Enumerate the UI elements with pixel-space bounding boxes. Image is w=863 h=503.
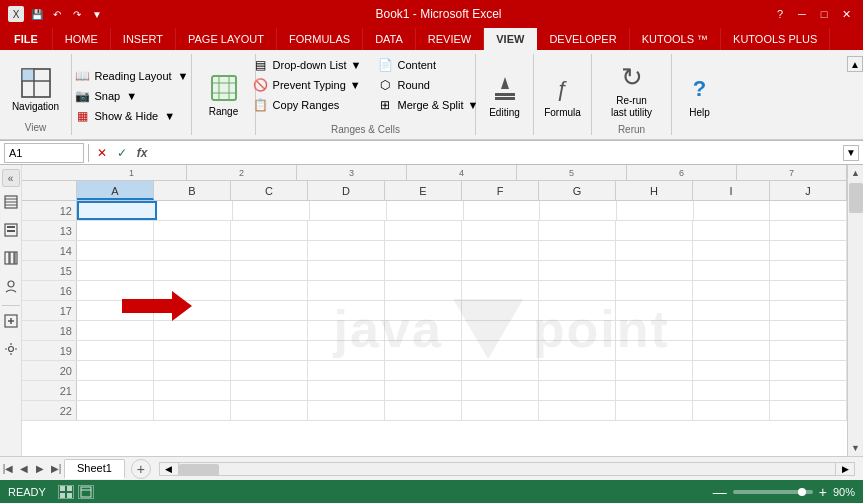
cell-A18[interactable] — [77, 321, 154, 340]
tab-kutools[interactable]: KUTOOLS ™ — [630, 28, 721, 50]
zoom-slider[interactable] — [733, 490, 813, 494]
cell-J22[interactable] — [770, 401, 847, 420]
cell-C12[interactable] — [233, 201, 310, 220]
row-header-19[interactable]: 19 — [22, 341, 77, 360]
copy-ranges-button[interactable]: 📋 Copy Ranges — [249, 96, 366, 114]
cell-G19[interactable] — [539, 341, 616, 360]
formula-button[interactable]: ƒ Formula — [538, 66, 588, 126]
help-ribbon-button[interactable]: ? Help — [675, 66, 725, 126]
cell-B16[interactable] — [154, 281, 231, 300]
row-header-13[interactable]: 13 — [22, 221, 77, 240]
cell-C22[interactable] — [231, 401, 308, 420]
cell-J16[interactable] — [770, 281, 847, 300]
cell-E19[interactable] — [385, 341, 462, 360]
cell-J20[interactable] — [770, 361, 847, 380]
formula-input[interactable] — [155, 143, 839, 163]
tab-insert[interactable]: INSERT — [111, 28, 176, 50]
cell-G22[interactable] — [539, 401, 616, 420]
zoom-in-button[interactable]: + — [819, 484, 827, 500]
rerun-button[interactable]: ↻ Re-runlast utility — [607, 60, 657, 120]
cell-D22[interactable] — [308, 401, 385, 420]
row-header-17[interactable]: 17 — [22, 301, 77, 320]
cell-F16[interactable] — [462, 281, 539, 300]
scroll-up-button[interactable]: ▲ — [848, 165, 863, 181]
h-scroll-left[interactable]: ◀ — [159, 462, 179, 476]
col-header-C[interactable]: C — [231, 181, 308, 200]
row-header-20[interactable]: 20 — [22, 361, 77, 380]
cell-I15[interactable] — [693, 261, 770, 280]
cell-B14[interactable] — [154, 241, 231, 260]
cell-D17[interactable] — [308, 301, 385, 320]
dropdown-list-button[interactable]: ▤ Drop-down List ▼ — [249, 56, 366, 74]
cell-C17[interactable] — [231, 301, 308, 320]
cell-A13[interactable] — [77, 221, 154, 240]
cell-F22[interactable] — [462, 401, 539, 420]
cell-F21[interactable] — [462, 381, 539, 400]
tab-home[interactable]: HOME — [53, 28, 111, 50]
cell-J21[interactable] — [770, 381, 847, 400]
zoom-slider-thumb[interactable] — [798, 488, 806, 496]
cell-I13[interactable] — [693, 221, 770, 240]
cell-G17[interactable] — [539, 301, 616, 320]
sheet-tab-sheet1[interactable]: Sheet1 — [64, 459, 125, 479]
col-header-H[interactable]: H — [616, 181, 693, 200]
cell-C18[interactable] — [231, 321, 308, 340]
row-header-18[interactable]: 18 — [22, 321, 77, 340]
tab-review[interactable]: REVIEW — [416, 28, 484, 50]
close-button[interactable]: ✕ — [837, 5, 855, 23]
cell-B13[interactable] — [154, 221, 231, 240]
cell-D13[interactable] — [308, 221, 385, 240]
col-header-E[interactable]: E — [385, 181, 462, 200]
cell-A15[interactable] — [77, 261, 154, 280]
cell-H20[interactable] — [616, 361, 693, 380]
cell-D21[interactable] — [308, 381, 385, 400]
cell-B15[interactable] — [154, 261, 231, 280]
cell-D19[interactable] — [308, 341, 385, 360]
cell-C20[interactable] — [231, 361, 308, 380]
row-header-12[interactable]: 12 — [22, 201, 77, 220]
cell-A19[interactable] — [77, 341, 154, 360]
cell-I20[interactable] — [693, 361, 770, 380]
cell-I17[interactable] — [693, 301, 770, 320]
redo-qat-button[interactable]: ↷ — [68, 5, 86, 23]
editing-button[interactable]: Editing — [480, 66, 530, 126]
cell-I14[interactable] — [693, 241, 770, 260]
qat-more-button[interactable]: ▼ — [88, 5, 106, 23]
cell-E13[interactable] — [385, 221, 462, 240]
scroll-thumb-v[interactable] — [849, 183, 863, 213]
navigation-button[interactable]: Navigation — [11, 60, 61, 120]
cell-G14[interactable] — [539, 241, 616, 260]
merge-split-button[interactable]: ⊞ Merge & Split ▼ — [373, 96, 482, 114]
col-header-J[interactable]: J — [770, 181, 847, 200]
status-icon-layout[interactable] — [78, 485, 94, 499]
cell-A17[interactable] — [77, 301, 154, 320]
cell-I19[interactable] — [693, 341, 770, 360]
row-header-21[interactable]: 21 — [22, 381, 77, 400]
h-scroll-right[interactable]: ▶ — [835, 462, 855, 476]
tab-data[interactable]: DATA — [363, 28, 416, 50]
cell-J14[interactable] — [770, 241, 847, 260]
row-header-14[interactable]: 14 — [22, 241, 77, 260]
cell-F13[interactable] — [462, 221, 539, 240]
cell-B22[interactable] — [154, 401, 231, 420]
cell-G21[interactable] — [539, 381, 616, 400]
cell-H19[interactable] — [616, 341, 693, 360]
cell-B19[interactable] — [154, 341, 231, 360]
function-button[interactable]: fx — [133, 144, 151, 162]
sheet-nav-next[interactable]: ▶ — [32, 461, 48, 477]
tab-file[interactable]: FILE — [0, 28, 53, 50]
cell-J15[interactable] — [770, 261, 847, 280]
cell-I22[interactable] — [693, 401, 770, 420]
cell-I21[interactable] — [693, 381, 770, 400]
cell-G15[interactable] — [539, 261, 616, 280]
cell-G12[interactable] — [540, 201, 617, 220]
cell-D15[interactable] — [308, 261, 385, 280]
cell-E14[interactable] — [385, 241, 462, 260]
reading-layout-button[interactable]: 📖 Reading Layout ▼ — [71, 67, 193, 85]
tab-page-layout[interactable]: PAGE LAYOUT — [176, 28, 277, 50]
sidebar-icon-column[interactable] — [2, 247, 20, 269]
row-header-16[interactable]: 16 — [22, 281, 77, 300]
sidebar-icon-workbook[interactable] — [2, 191, 20, 213]
cell-J17[interactable] — [770, 301, 847, 320]
cell-F18[interactable] — [462, 321, 539, 340]
